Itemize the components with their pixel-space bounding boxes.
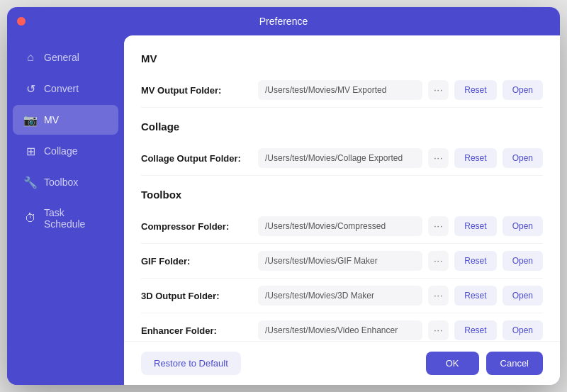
sidebar-label-collage: Collage [44,145,77,157]
3d-output-open-button[interactable]: Open [503,286,543,306]
sidebar-label-task-schedule: Task Schedule [44,207,107,230]
main-panel: MV MV Output Folder: /Users/test/Movies/… [124,35,560,385]
mv-output-open-button[interactable]: Open [503,80,543,100]
sidebar-label-convert: Convert [44,83,79,94]
gif-path-container: /Users/test/Movies/GIF Maker ··· Reset O… [258,251,543,271]
settings-content: MV MV Output Folder: /Users/test/Movies/… [124,35,560,341]
section-header-toolbox: Toolbox [141,189,543,201]
compressor-open-button[interactable]: Open [503,216,543,236]
compressor-path-container: /Users/test/Movies/Compressed ··· Reset … [258,216,543,236]
collage-output-path-container: /Users/test/Movies/Collage Exported ··· … [258,148,543,168]
compressor-path: /Users/test/Movies/Compressed [258,216,422,236]
mv-output-path-container: /Users/test/Movies/MV Exported ··· Reset… [258,80,543,100]
collage-output-open-button[interactable]: Open [503,148,543,168]
mv-output-reset-button[interactable]: Reset [454,80,496,100]
collage-output-reset-button[interactable]: Reset [454,148,496,168]
mv-output-label: MV Output Folder: [141,85,258,96]
sidebar-item-toolbox[interactable]: 🔧 Toolbox [13,167,118,197]
sidebar-item-general[interactable]: ⌂ General [13,43,118,72]
mv-output-row: MV Output Folder: /Users/test/Movies/MV … [141,73,543,108]
gif-reset-button[interactable]: Reset [454,251,496,271]
sidebar-item-task-schedule[interactable]: ⏱ Task Schedule [13,198,118,238]
toolbox-icon: 🔧 [24,176,37,189]
footer: Restore to Default OK Cancel [124,341,560,385]
restore-default-button[interactable]: Restore to Default [141,352,241,375]
collage-output-path: /Users/test/Movies/Collage Exported [258,148,422,168]
close-button[interactable] [17,17,26,26]
task-schedule-icon: ⏱ [24,212,37,225]
traffic-lights [17,17,51,26]
compressor-label: Compressor Folder: [141,221,258,232]
collage-output-label: Collage Output Folder: [141,153,258,164]
title-bar: Preference [7,7,560,35]
compressor-reset-button[interactable]: Reset [454,216,496,236]
sidebar: ⌂ General ↺ Convert 📷 MV ⊞ Collage 🔧 Too… [7,35,124,385]
section-header-mv: MV [141,52,543,65]
collage-output-dots-button[interactable]: ··· [428,148,449,168]
sidebar-label-general: General [44,52,79,63]
gif-dots-button[interactable]: ··· [428,251,449,271]
3d-output-row: 3D Output Folder: /Users/test/Movies/3D … [141,279,543,313]
enhancer-reset-button[interactable]: Reset [454,320,496,340]
gif-path: /Users/test/Movies/GIF Maker [258,251,422,271]
gif-row: GIF Folder: /Users/test/Movies/GIF Maker… [141,244,543,279]
enhancer-dots-button[interactable]: ··· [428,320,449,340]
enhancer-open-button[interactable]: Open [503,320,543,340]
compressor-row: Compressor Folder: /Users/test/Movies/Co… [141,209,543,244]
3d-output-path: /Users/test/Movies/3D Maker [258,286,422,306]
3d-output-reset-button[interactable]: Reset [454,286,496,306]
enhancer-path-container: /Users/test/Movies/Video Enhancer ··· Re… [258,320,543,340]
general-icon: ⌂ [24,51,37,64]
mv-output-dots-button[interactable]: ··· [428,80,449,100]
ok-button[interactable]: OK [426,352,479,375]
sidebar-item-convert[interactable]: ↺ Convert [13,74,118,103]
compressor-dots-button[interactable]: ··· [428,216,449,236]
3d-output-path-container: /Users/test/Movies/3D Maker ··· Reset Op… [258,286,543,306]
sidebar-label-mv: MV [44,114,59,125]
sidebar-item-mv[interactable]: 📷 MV [13,105,118,135]
3d-output-label: 3D Output Folder: [141,291,258,301]
enhancer-path: /Users/test/Movies/Video Enhancer [258,320,422,340]
content-area: ⌂ General ↺ Convert 📷 MV ⊞ Collage 🔧 Too… [7,35,560,385]
footer-right-buttons: OK Cancel [426,352,543,375]
3d-output-dots-button[interactable]: ··· [428,286,449,306]
sidebar-label-toolbox: Toolbox [44,177,78,188]
preference-window: Preference ⌂ General ↺ Convert 📷 MV ⊞ Co… [7,7,560,385]
enhancer-label: Enhancer Folder: [141,325,258,336]
mv-output-path: /Users/test/Movies/MV Exported [258,80,422,100]
collage-icon: ⊞ [24,145,37,157]
gif-label: GIF Folder: [141,256,258,267]
cancel-button[interactable]: Cancel [486,352,543,375]
window-title: Preference [259,16,308,27]
enhancer-row: Enhancer Folder: /Users/test/Movies/Vide… [141,313,543,341]
gif-open-button[interactable]: Open [503,251,543,271]
collage-output-row: Collage Output Folder: /Users/test/Movie… [141,141,543,176]
section-header-collage: Collage [141,121,543,133]
sidebar-item-collage[interactable]: ⊞ Collage [13,136,118,166]
convert-icon: ↺ [24,82,37,95]
mv-icon: 📷 [24,113,37,126]
